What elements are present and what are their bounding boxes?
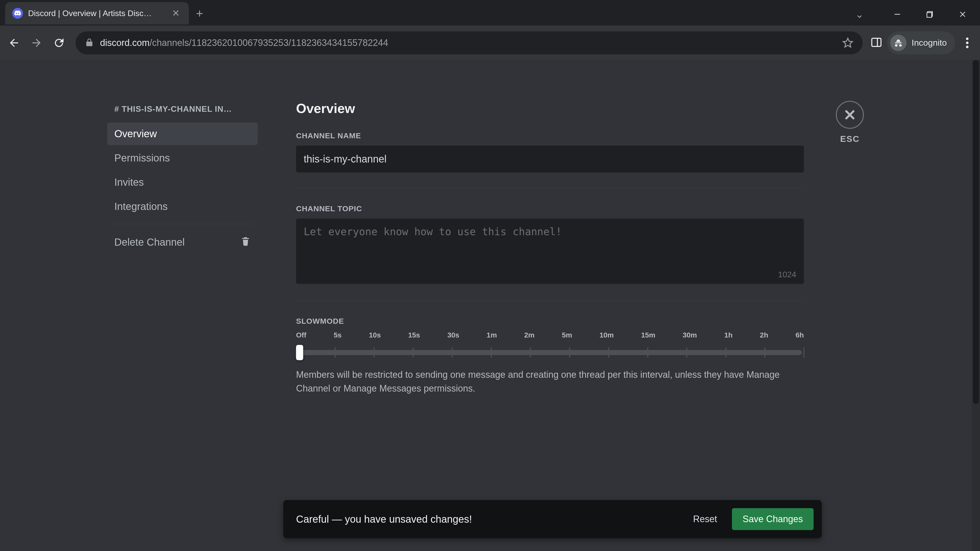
browser-chrome: Discord | Overview | Artists Disc… ✕ + ⌄…	[0, 0, 980, 60]
incognito-label: Incognito	[912, 38, 947, 48]
slowmode-tick-label: 5s	[334, 331, 342, 339]
page-title: Overview	[296, 101, 804, 116]
sidebar-item-label: Integrations	[115, 201, 168, 212]
slowmode-label: SLOWMODE	[296, 317, 804, 326]
tab-search-icon[interactable]: ⌄	[844, 4, 875, 24]
channel-topic-input[interactable]	[296, 219, 804, 284]
slider-tick	[725, 348, 726, 358]
slowmode-tick-label: 2h	[760, 331, 768, 339]
slider-tick	[374, 348, 375, 358]
slider-tick	[334, 348, 336, 358]
slowmode-tick-label: 1m	[487, 331, 497, 339]
save-changes-button[interactable]: Save Changes	[732, 508, 814, 530]
slowmode-tick-label: 30s	[447, 331, 460, 339]
reset-button[interactable]: Reset	[682, 508, 728, 530]
sidebar-item-label: Permissions	[115, 152, 170, 164]
scrollbar-thumb[interactable]	[973, 60, 979, 404]
slider-tick	[452, 348, 453, 358]
side-panel-icon[interactable]	[870, 36, 883, 49]
settings-content: Overview CHANNEL NAME CHANNEL TOPIC 1024…	[296, 101, 804, 551]
bookmark-icon[interactable]	[842, 37, 853, 48]
lock-icon	[85, 38, 94, 48]
trash-icon	[240, 236, 251, 248]
section-divider	[296, 188, 804, 189]
slowmode-tick-label: 30m	[682, 331, 697, 339]
slider-tick	[530, 348, 531, 358]
sidebar-item-delete-channel[interactable]: Delete Channel	[107, 230, 258, 254]
new-tab-button[interactable]: +	[196, 6, 203, 21]
scrollbar[interactable]	[972, 60, 980, 551]
slider-tick	[413, 348, 414, 358]
slowmode-tick-label: 10s	[369, 331, 381, 339]
incognito-icon	[890, 35, 907, 51]
close-tab-icon[interactable]: ✕	[170, 7, 182, 20]
slowmode-help-text: Members will be restricted to sending on…	[296, 368, 804, 395]
svg-rect-2	[927, 13, 932, 17]
discord-settings-modal: # THIS-IS-MY-CHANNEL IN… Overview Permis…	[0, 60, 980, 551]
discord-favicon	[12, 8, 23, 19]
browser-toolbar: discord.com/channels/1182362010067935253…	[0, 25, 980, 60]
esc-label: ESC	[840, 134, 859, 144]
slider-tick	[569, 348, 570, 358]
channel-topic-label: CHANNEL TOPIC	[296, 204, 804, 213]
sidebar-item-permissions[interactable]: Permissions	[107, 147, 258, 169]
kebab-menu-icon[interactable]	[959, 37, 975, 49]
slowmode-tick-labels: Off5s10s15s30s1m2m5m10m15m30m1h2h6h	[296, 331, 804, 339]
slowmode-tick-label: 10m	[600, 331, 614, 339]
char-count: 1024	[778, 270, 796, 279]
settings-sidebar-panel: # THIS-IS-MY-CHANNEL IN… Overview Permis…	[0, 60, 268, 551]
slider-tick	[647, 348, 648, 358]
svg-rect-5	[872, 38, 881, 46]
settings-sidebar: # THIS-IS-MY-CHANNEL IN… Overview Permis…	[107, 101, 258, 551]
section-divider	[296, 301, 804, 301]
sidebar-item-integrations[interactable]: Integrations	[107, 195, 258, 218]
slowmode-tick-label: 15s	[408, 331, 420, 339]
svg-point-8	[966, 41, 969, 44]
slowmode-slider[interactable]	[296, 342, 804, 360]
minimize-button[interactable]	[882, 4, 913, 24]
unsaved-message: Careful — you have unsaved changes!	[296, 513, 682, 525]
window-controls: ⌄	[844, 2, 980, 24]
slowmode-tick-label: 5m	[562, 331, 572, 339]
url-text: discord.com/channels/1182362010067935253…	[100, 38, 388, 48]
svg-point-7	[966, 38, 969, 40]
slowmode-tick-label: Off	[296, 331, 306, 339]
forward-button[interactable]	[27, 34, 45, 52]
browser-tab[interactable]: Discord | Overview | Artists Disc… ✕	[5, 2, 189, 24]
back-button[interactable]	[5, 34, 23, 52]
sidebar-divider	[111, 224, 254, 224]
slider-tick	[491, 348, 492, 358]
channel-heading: # THIS-IS-MY-CHANNEL IN…	[107, 101, 258, 121]
tab-strip: Discord | Overview | Artists Disc… ✕ +	[0, 2, 844, 24]
slider-tick	[803, 348, 804, 358]
slowmode-tick-label: 15m	[641, 331, 655, 339]
close-column: ESC	[832, 101, 868, 551]
address-bar[interactable]: discord.com/channels/1182362010067935253…	[76, 32, 862, 54]
incognito-badge[interactable]: Incognito	[887, 32, 955, 54]
channel-name-label: CHANNEL NAME	[296, 131, 804, 140]
slider-tick	[608, 348, 609, 358]
unsaved-changes-toast: Careful — you have unsaved changes! Rese…	[283, 500, 822, 538]
slowmode-tick-label: 1h	[724, 331, 733, 339]
sidebar-item-label: Overview	[115, 128, 157, 140]
channel-name-input[interactable]	[296, 146, 804, 172]
sidebar-item-label: Invites	[115, 176, 144, 188]
slowmode-tick-label: 2m	[524, 331, 535, 339]
slider-tick	[764, 348, 765, 358]
sidebar-item-invites[interactable]: Invites	[107, 171, 258, 194]
close-settings-button[interactable]	[836, 101, 864, 129]
sidebar-item-overview[interactable]: Overview	[107, 122, 258, 145]
settings-main-panel: Overview CHANNEL NAME CHANNEL TOPIC 1024…	[268, 60, 980, 551]
maximize-button[interactable]	[915, 4, 945, 24]
sidebar-item-label: Delete Channel	[115, 237, 185, 248]
slider-tick	[686, 348, 687, 358]
slider-thumb[interactable]	[296, 345, 303, 360]
close-window-button[interactable]	[947, 4, 978, 24]
tab-title: Discord | Overview | Artists Disc…	[28, 9, 165, 18]
titlebar: Discord | Overview | Artists Disc… ✕ + ⌄	[0, 0, 980, 25]
channel-topic-wrap: 1024	[296, 219, 804, 285]
reload-button[interactable]	[50, 34, 68, 52]
slowmode-tick-label: 6h	[795, 331, 804, 339]
svg-point-9	[966, 46, 969, 48]
